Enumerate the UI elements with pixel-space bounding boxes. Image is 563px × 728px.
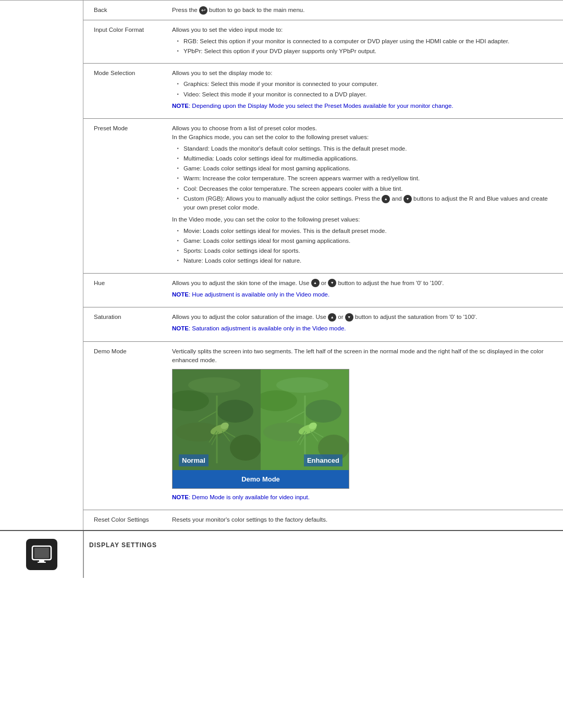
left-bar — [0, 1, 83, 530]
demo-mode-label: Demo Mode — [83, 347, 167, 505]
list-item: Game: Loads color settings ideal for mos… — [177, 164, 555, 173]
demo-normal-label: Normal — [179, 454, 209, 467]
back-desc2: button to go back to the main menu. — [209, 7, 304, 13]
svg-point-17 — [305, 400, 341, 423]
content-area: Back Press the button to go back to the … — [83, 1, 563, 530]
list-item: Graphics: Select this mode if your monit… — [177, 80, 555, 89]
up-arrow-icon — [328, 313, 336, 322]
list-item: Custom (RGB): Allows you to manually adj… — [177, 194, 555, 213]
mode-note: NOTE: Depending upon the Display Mode yo… — [172, 102, 555, 110]
down-arrow-icon — [328, 279, 336, 287]
demo-bar-label: Demo Mode — [173, 470, 349, 489]
saturation-content: Allows you to adjust the color saturatio… — [167, 313, 563, 336]
down-arrow-icon — [403, 195, 412, 203]
list-item: Video: Select this mode if your monitor … — [177, 90, 555, 99]
hue-content: Allows you to adjust the skin tone of th… — [167, 279, 563, 302]
preset-mode-desc1: Allows you to choose from a list of pres… — [172, 124, 555, 133]
list-item: RGB: Select this option if your monitor … — [177, 37, 555, 46]
saturation-row: Saturation Allows you to adjust the colo… — [83, 307, 563, 342]
svg-rect-31 — [38, 562, 46, 563]
list-item: Sports: Loads color settings ideal for s… — [177, 246, 555, 255]
back-label: Back — [83, 6, 167, 15]
saturation-note: NOTE: Saturation adjustment is available… — [172, 324, 555, 333]
saturation-desc: Allows you to adjust the color saturatio… — [172, 313, 555, 322]
back-desc: Press the — [172, 7, 198, 13]
page-container: Back Press the button to go back to the … — [0, 0, 563, 578]
mode-selection-row: Mode Selection Allows you to set the dis… — [83, 64, 563, 119]
svg-point-16 — [276, 377, 328, 393]
input-color-format-label: Input Color Format — [83, 26, 167, 58]
up-arrow-icon — [311, 279, 320, 287]
monitor-icon — [26, 539, 57, 570]
bottom-icon-area — [0, 531, 83, 578]
list-item: Game: Loads color settings ideal for mos… — [177, 237, 555, 245]
list-item: Cool: Decreases the color temperature. T… — [177, 184, 555, 193]
mode-selection-list: Graphics: Select this mode if your monit… — [172, 80, 555, 99]
saturation-label: Saturation — [83, 313, 167, 336]
svg-point-2 — [188, 377, 240, 393]
preset-mode-row: Preset Mode Allows you to choose from a … — [83, 119, 563, 274]
list-item: Nature: Loads color settings ideal for n… — [177, 256, 555, 265]
list-item: Warm: Increase the color temperature. Th… — [177, 174, 555, 183]
demo-note: NOTE: Demo Mode is only available for vi… — [172, 493, 555, 502]
back-row: Back Press the button to go back to the … — [83, 1, 563, 20]
main-content: Back Press the button to go back to the … — [0, 0, 563, 530]
down-arrow-icon — [345, 313, 353, 322]
demo-image: Normal Enhanced Demo Mode — [172, 369, 349, 489]
preset-mode-desc2: In the Graphics mode, you can set the co… — [172, 133, 555, 142]
input-color-format-content: Allows you to set the video input mode t… — [167, 26, 563, 58]
back-content: Press the button to go back to the main … — [167, 6, 563, 15]
preset-mode-content: Allows you to choose from a list of pres… — [167, 124, 563, 268]
input-color-format-row: Input Color Format Allows you to set the… — [83, 20, 563, 64]
hue-desc: Allows you to adjust the skin tone of th… — [172, 279, 555, 288]
up-arrow-icon — [382, 195, 390, 203]
demo-mode-row: Demo Mode Vertically splits the screen i… — [83, 342, 563, 511]
mode-selection-content: Allows you to set the display mode to: G… — [167, 69, 563, 113]
preset-mode-label: Preset Mode — [83, 124, 167, 268]
reset-color-content: Resets your monitor's color settings to … — [167, 515, 563, 524]
input-color-format-list: RGB: Select this option if your monitor … — [172, 37, 555, 56]
list-item: Standard: Loads the monitor's default co… — [177, 144, 555, 153]
preset-mode-graphics-list: Standard: Loads the monitor's default co… — [172, 144, 555, 213]
svg-rect-29 — [34, 548, 49, 558]
display-settings-label: DISPLAY SETTINGS — [83, 531, 563, 578]
back-icon — [199, 6, 207, 15]
svg-point-3 — [217, 400, 253, 423]
input-color-format-desc: Allows you to set the video input mode t… — [172, 26, 555, 34]
svg-rect-30 — [39, 560, 44, 562]
mode-selection-desc: Allows you to set the display mode to: — [172, 69, 555, 78]
preset-mode-video-list: Movie: Loads color settings ideal for mo… — [172, 227, 555, 266]
preset-mode-video-intro: In the Video mode, you can set the color… — [172, 215, 555, 224]
mode-selection-label: Mode Selection — [83, 69, 167, 113]
demo-mode-desc: Vertically splits the screen into two se… — [172, 347, 555, 365]
demo-mode-content: Vertically splits the screen into two se… — [167, 347, 563, 505]
reset-color-label: Reset Color Settings — [83, 515, 167, 524]
reset-color-row: Reset Color Settings Resets your monitor… — [83, 510, 563, 529]
demo-enhanced-label: Enhanced — [304, 454, 342, 467]
list-item: Movie: Loads color settings ideal for mo… — [177, 227, 555, 236]
svg-point-5 — [230, 435, 261, 461]
list-item: Multimedia: Loads color settings ideal f… — [177, 154, 555, 163]
hue-note: NOTE: Hue adjustment is available only i… — [172, 290, 555, 299]
list-item: YPbPr: Select this option if your DVD pl… — [177, 47, 555, 56]
bottom-section: DISPLAY SETTINGS — [0, 530, 563, 578]
hue-row: Hue Allows you to adjust the skin tone o… — [83, 274, 563, 308]
hue-label: Hue — [83, 279, 167, 302]
